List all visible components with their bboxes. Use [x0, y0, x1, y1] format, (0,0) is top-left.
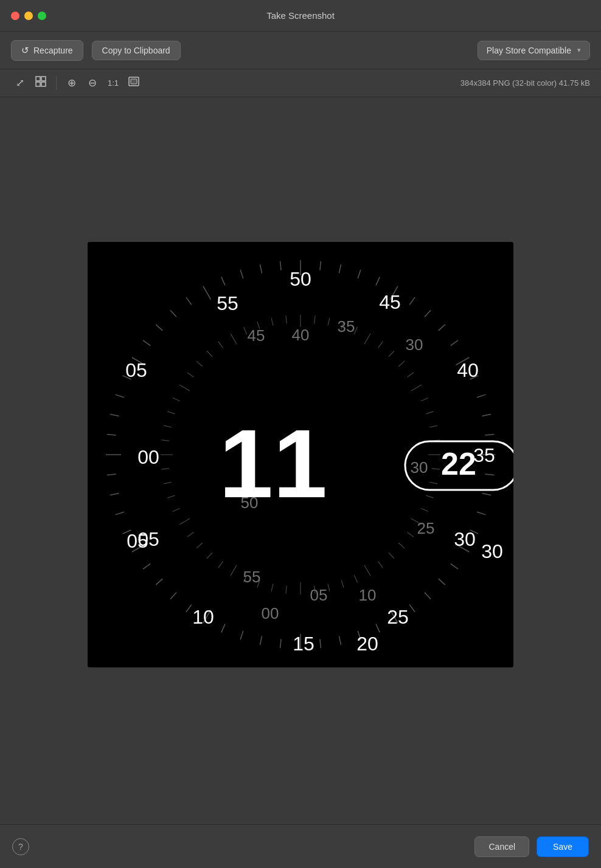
- svg-text:45: 45: [248, 326, 265, 345]
- svg-text:35: 35: [473, 444, 495, 466]
- svg-text:00: 00: [262, 604, 279, 622]
- window-title: Take Screenshot: [266, 10, 335, 21]
- copy-label: Copy to Clipboard: [102, 46, 170, 55]
- help-button[interactable]: ?: [12, 838, 29, 855]
- svg-text:55: 55: [217, 292, 238, 314]
- svg-text:50: 50: [290, 268, 311, 290]
- svg-rect-3: [41, 82, 46, 86]
- cancel-label: Cancel: [488, 842, 515, 852]
- save-button[interactable]: Save: [537, 836, 589, 857]
- recapture-button[interactable]: ↺ Recapture: [11, 40, 83, 61]
- watch-face-container: 50 45 55 40 35 30 00 05 05 10 15 25 20 4…: [88, 242, 513, 667]
- bottom-bar: ? Cancel Save: [0, 824, 601, 868]
- zoom-in-button[interactable]: ⊕: [63, 74, 81, 92]
- maximize-button[interactable]: [38, 12, 46, 20]
- svg-rect-1: [41, 77, 46, 81]
- svg-text:11: 11: [219, 409, 327, 518]
- dropdown-label: Play Store Compatible: [487, 46, 571, 55]
- view-separator: [56, 77, 57, 90]
- title-bar: Take Screenshot: [0, 0, 601, 32]
- recapture-icon: ↺: [21, 45, 29, 56]
- grid-icon: [35, 76, 46, 90]
- svg-rect-5: [131, 79, 137, 84]
- fit-screen-button[interactable]: [125, 74, 143, 92]
- recapture-label: Recapture: [33, 46, 73, 55]
- svg-text:15: 15: [293, 633, 314, 655]
- svg-rect-2: [36, 82, 40, 86]
- fit-screen-icon: [128, 77, 139, 89]
- svg-text:55: 55: [243, 568, 261, 586]
- svg-text:30: 30: [411, 458, 428, 477]
- svg-text:05: 05: [127, 530, 148, 552]
- toolbar: ↺ Recapture Copy to Clipboard Play Store…: [0, 32, 601, 69]
- image-info: 384x384 PNG (32-bit color) 41.75 kB: [460, 78, 590, 88]
- help-icon: ?: [18, 842, 23, 852]
- svg-text:30: 30: [406, 336, 423, 354]
- svg-text:22: 22: [441, 446, 476, 481]
- svg-text:25: 25: [417, 519, 435, 537]
- svg-text:40: 40: [457, 359, 479, 381]
- svg-text:30: 30: [481, 540, 503, 562]
- svg-text:25: 25: [387, 606, 409, 628]
- zoom-in-icon: ⊕: [68, 77, 76, 89]
- save-label: Save: [553, 842, 572, 852]
- svg-rect-0: [36, 77, 40, 81]
- actual-size-label: 1:1: [108, 78, 119, 88]
- fit-view-button[interactable]: ⤢: [11, 74, 29, 92]
- svg-text:45: 45: [379, 291, 401, 313]
- copy-to-clipboard-button[interactable]: Copy to Clipboard: [92, 41, 181, 60]
- svg-text:00: 00: [137, 446, 159, 468]
- grid-view-button[interactable]: [32, 74, 50, 92]
- cancel-button[interactable]: Cancel: [474, 836, 529, 857]
- chevron-down-icon: ▾: [577, 46, 581, 54]
- svg-text:05: 05: [125, 359, 147, 381]
- zoom-out-icon: ⊖: [88, 77, 97, 89]
- svg-text:05: 05: [310, 586, 328, 604]
- zoom-out-button[interactable]: ⊖: [83, 74, 102, 92]
- svg-text:40: 40: [292, 326, 310, 344]
- actual-size-button[interactable]: 1:1: [104, 74, 122, 92]
- fit-icon: ⤢: [16, 77, 24, 89]
- svg-text:10: 10: [359, 586, 377, 604]
- svg-text:35: 35: [338, 317, 355, 336]
- window-controls: [11, 12, 46, 20]
- main-content: 50 45 55 40 35 30 00 05 05 10 15 25 20 4…: [0, 97, 601, 824]
- minimize-button[interactable]: [24, 12, 33, 20]
- svg-text:10: 10: [192, 606, 214, 628]
- close-button[interactable]: [11, 12, 19, 20]
- svg-text:20: 20: [356, 633, 378, 655]
- svg-text:30: 30: [454, 528, 476, 550]
- view-bar: ⤢ ⊕ ⊖ 1:1 384x384 PNG (32-bit color) 41.…: [0, 69, 601, 97]
- watch-face-canvas: 50 45 55 40 35 30 00 05 05 10 15 25 20 4…: [88, 242, 513, 667]
- watch-face-svg: 50 45 55 40 35 30 00 05 05 10 15 25 20 4…: [88, 242, 513, 667]
- play-store-dropdown[interactable]: Play Store Compatible ▾: [478, 41, 590, 60]
